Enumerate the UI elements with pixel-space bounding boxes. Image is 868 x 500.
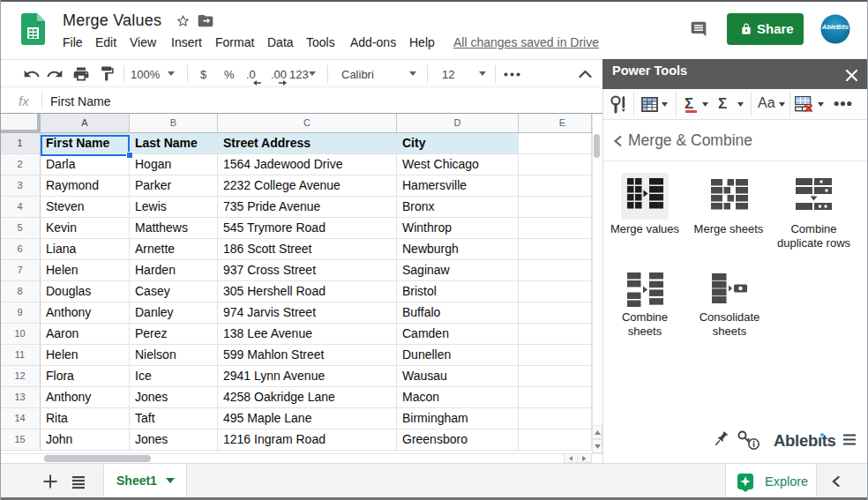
svg-text:AbleBits: AbleBits <box>821 23 849 31</box>
